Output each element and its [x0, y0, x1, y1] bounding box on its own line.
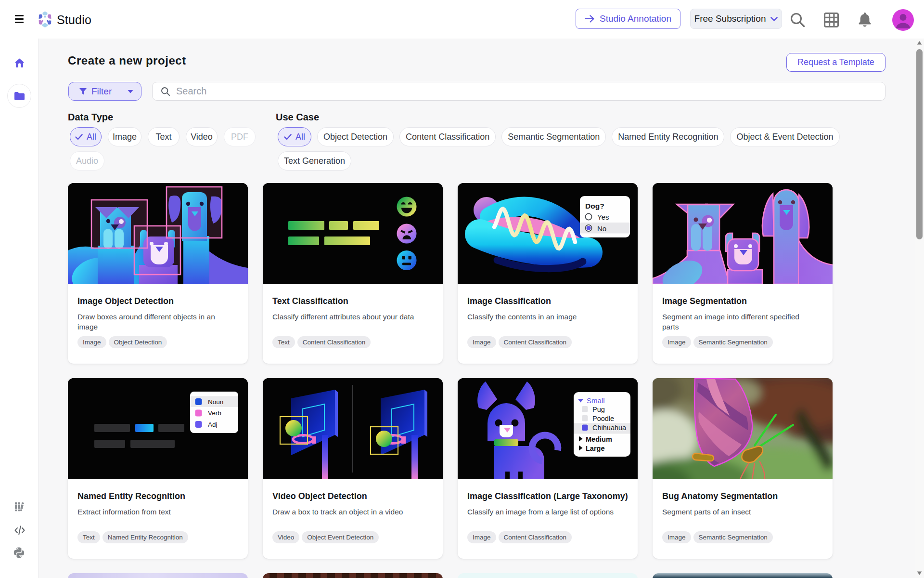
svg-text:Chihuahua: Chihuahua	[592, 424, 627, 432]
svg-text:Poodle: Poodle	[592, 415, 614, 422]
svg-text:Yes: Yes	[597, 213, 609, 221]
svg-text:Medium: Medium	[586, 435, 612, 443]
svg-text:No: No	[597, 224, 606, 233]
svg-text:Pug: Pug	[592, 406, 605, 413]
svg-text:Dog?: Dog?	[585, 202, 604, 210]
svg-text:Large: Large	[586, 445, 605, 452]
svg-text:Adj: Adj	[208, 421, 218, 428]
svg-text:Noun: Noun	[208, 398, 223, 406]
svg-text:Small: Small	[587, 396, 605, 405]
svg-text:Verb: Verb	[208, 409, 221, 417]
